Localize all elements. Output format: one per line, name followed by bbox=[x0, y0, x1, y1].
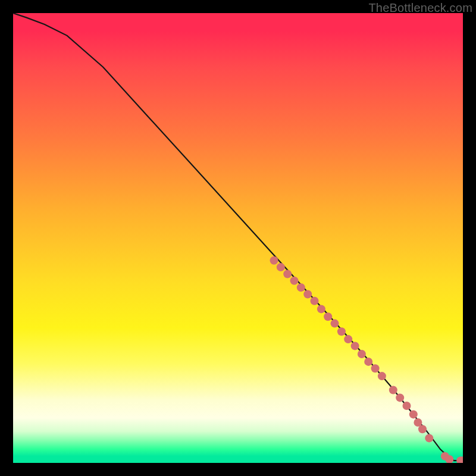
data-point bbox=[331, 320, 339, 328]
data-point bbox=[371, 364, 380, 372]
data-point bbox=[290, 277, 299, 285]
data-point bbox=[358, 350, 366, 358]
data-point bbox=[344, 335, 352, 343]
data-point bbox=[311, 297, 319, 305]
data-points bbox=[270, 256, 464, 463]
data-point bbox=[396, 393, 404, 402]
chart-container: TheBottleneck.com bbox=[0, 0, 476, 476]
data-point bbox=[378, 372, 386, 380]
plot-area bbox=[13, 13, 463, 463]
data-point bbox=[389, 386, 397, 394]
data-point bbox=[337, 327, 346, 336]
data-point bbox=[364, 358, 372, 366]
data-point bbox=[283, 270, 292, 278]
watermark-text: TheBottleneck.com bbox=[368, 1, 472, 15]
data-point bbox=[425, 434, 433, 442]
data-point bbox=[277, 263, 285, 271]
data-point bbox=[317, 305, 325, 313]
data-point bbox=[303, 290, 312, 299]
data-point bbox=[324, 312, 332, 321]
data-point bbox=[297, 283, 305, 292]
data-point bbox=[270, 256, 278, 265]
data-point bbox=[409, 410, 418, 418]
data-point bbox=[351, 342, 359, 350]
chart-svg bbox=[13, 13, 463, 463]
data-point bbox=[418, 425, 427, 433]
data-point bbox=[403, 402, 411, 410]
